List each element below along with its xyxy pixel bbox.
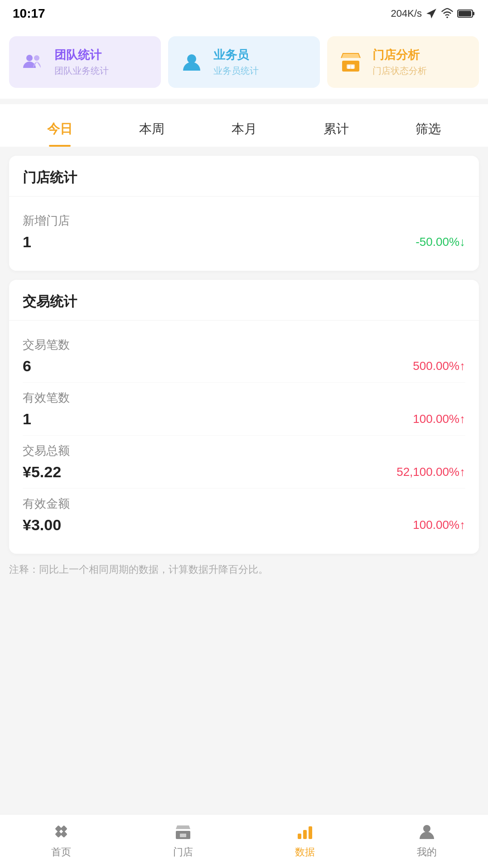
wifi-icon bbox=[441, 7, 454, 20]
category-store[interactable]: 门店分析 门店状态分析 bbox=[327, 36, 479, 88]
trade-stat-value-row-1: 1 100.00%↑ bbox=[23, 410, 465, 428]
svg-rect-14 bbox=[60, 831, 68, 838]
store-subtitle: 门店状态分析 bbox=[372, 65, 427, 77]
trade-stat-value-row-0: 6 500.00%↑ bbox=[23, 357, 465, 375]
store-stats-card: 门店统计 新增门店 1 -50.00%↓ bbox=[9, 156, 479, 271]
trade-stat-label-3: 有效金额 bbox=[23, 496, 465, 512]
status-time: 10:17 bbox=[13, 6, 45, 21]
tab-week[interactable]: 本周 bbox=[106, 113, 198, 147]
agent-title: 业务员 bbox=[213, 47, 259, 63]
nav-mine[interactable]: 我的 bbox=[366, 822, 488, 859]
trade-stats-title: 交易统计 bbox=[23, 293, 465, 311]
store-stats-title: 门店统计 bbox=[23, 168, 465, 187]
team-icon bbox=[18, 48, 47, 77]
svg-rect-18 bbox=[303, 830, 307, 839]
store-stat-value-row-0: 1 -50.00%↓ bbox=[23, 233, 465, 251]
status-icons: 204K/s bbox=[391, 7, 476, 20]
category-row: 团队统计 团队业务统计 业务员 业务员统计 bbox=[0, 25, 488, 99]
team-text: 团队统计 团队业务统计 bbox=[54, 47, 109, 77]
nav-mine-icon bbox=[417, 822, 437, 842]
trade-stat-change-0: 500.00%↑ bbox=[413, 359, 465, 373]
tabs-row: 今日 本周 本月 累计 筛选 bbox=[0, 104, 488, 147]
status-bar: 10:17 204K/s bbox=[0, 0, 488, 25]
trade-stat-change-3: 100.00%↑ bbox=[413, 518, 465, 532]
svg-rect-3 bbox=[459, 11, 471, 16]
svg-point-4 bbox=[26, 55, 33, 61]
store-stat-change-0: -50.00%↓ bbox=[416, 235, 465, 249]
tab-today[interactable]: 今日 bbox=[14, 113, 106, 147]
tab-filter[interactable]: 筛选 bbox=[382, 113, 474, 147]
trade-stat-row-2: 交易总额 ¥5.22 52,100.00%↑ bbox=[23, 436, 465, 489]
nav-home[interactable]: 首页 bbox=[0, 822, 122, 859]
note-text: 注释：同比上一个相同周期的数据，计算数据升降百分比。 bbox=[0, 554, 488, 585]
battery-icon bbox=[457, 8, 475, 19]
store-text: 门店分析 门店状态分析 bbox=[372, 47, 427, 77]
nav-home-label: 首页 bbox=[51, 845, 71, 859]
trade-stat-value-row-2: ¥5.22 52,100.00%↑ bbox=[23, 463, 465, 481]
nav-store-icon bbox=[173, 822, 193, 842]
svg-point-0 bbox=[446, 16, 448, 18]
trade-stat-label-0: 交易笔数 bbox=[23, 337, 465, 353]
team-title: 团队统计 bbox=[54, 47, 109, 63]
store-stat-value-0: 1 bbox=[23, 233, 31, 251]
store-stat-label-0: 新增门店 bbox=[23, 213, 465, 229]
trade-stat-value-row-3: ¥3.00 100.00%↑ bbox=[23, 516, 465, 534]
category-agent[interactable]: 业务员 业务员统计 bbox=[168, 36, 320, 88]
svg-rect-9 bbox=[348, 65, 350, 69]
store-icon bbox=[336, 48, 365, 77]
nav-data-label: 数据 bbox=[295, 845, 315, 859]
agent-subtitle: 业务员统计 bbox=[213, 65, 259, 77]
store-title: 门店分析 bbox=[372, 47, 427, 63]
trade-stat-value-2: ¥5.22 bbox=[23, 463, 61, 481]
svg-point-5 bbox=[34, 55, 39, 61]
nav-data[interactable]: 数据 bbox=[244, 822, 366, 859]
store-stat-row-0: 新增门店 1 -50.00%↓ bbox=[23, 206, 465, 258]
trade-stat-label-2: 交易总额 bbox=[23, 443, 465, 459]
svg-rect-17 bbox=[298, 834, 301, 839]
team-subtitle: 团队业务统计 bbox=[54, 65, 109, 77]
network-speed: 204K/s bbox=[391, 8, 422, 19]
home-icon bbox=[51, 822, 71, 842]
store-stats-divider bbox=[9, 196, 479, 197]
trade-stat-value-3: ¥3.00 bbox=[23, 516, 61, 534]
trade-stat-change-1: 100.00%↑ bbox=[413, 412, 465, 426]
trade-stat-label-1: 有效笔数 bbox=[23, 390, 465, 406]
trade-stats-divider bbox=[9, 320, 479, 321]
nav-data-icon bbox=[295, 822, 315, 842]
trade-stat-row-0: 交易笔数 6 500.00%↑ bbox=[23, 330, 465, 383]
trade-stat-value-1: 1 bbox=[23, 410, 31, 428]
tab-total[interactable]: 累计 bbox=[290, 113, 382, 147]
nav-mine-label: 我的 bbox=[417, 845, 437, 859]
svg-rect-2 bbox=[473, 12, 474, 15]
agent-icon bbox=[177, 48, 206, 77]
trade-stat-change-2: 52,100.00%↑ bbox=[396, 465, 465, 479]
trade-stat-row-1: 有效笔数 1 100.00%↑ bbox=[23, 383, 465, 436]
location-icon bbox=[425, 8, 437, 19]
svg-rect-10 bbox=[351, 65, 354, 69]
trade-stats-card: 交易统计 交易笔数 6 500.00%↑ 有效笔数 1 100.00%↑ 交易总… bbox=[9, 280, 479, 554]
trade-stat-value-0: 6 bbox=[23, 357, 31, 375]
nav-store[interactable]: 门店 bbox=[122, 822, 244, 859]
svg-point-20 bbox=[423, 825, 430, 832]
bottom-nav: 首页 门店 数据 我的 bbox=[0, 814, 488, 868]
svg-rect-19 bbox=[309, 826, 312, 839]
main-content: 团队统计 团队业务统计 业务员 业务员统计 bbox=[0, 25, 488, 658]
category-team[interactable]: 团队统计 团队业务统计 bbox=[9, 36, 161, 88]
nav-store-label: 门店 bbox=[173, 845, 193, 859]
svg-rect-16 bbox=[180, 834, 186, 837]
agent-text: 业务员 业务员统计 bbox=[213, 47, 259, 77]
trade-stat-row-3: 有效金额 ¥3.00 100.00%↑ bbox=[23, 489, 465, 541]
tab-month[interactable]: 本月 bbox=[198, 113, 290, 147]
